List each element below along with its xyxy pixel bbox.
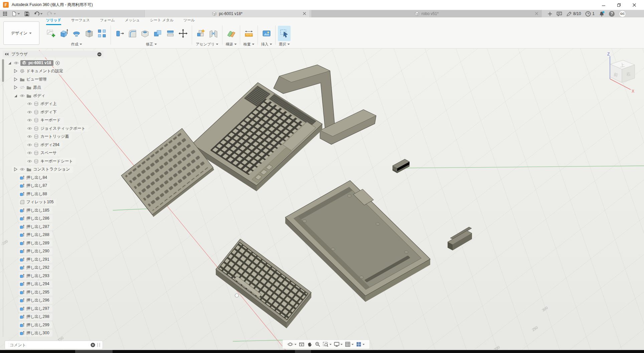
feature-row[interactable]: 押し出し300 <box>19 330 52 337</box>
browser-item-bodies-folder[interactable]: ボディ <box>12 92 48 99</box>
file-menu-button[interactable] <box>12 11 20 16</box>
construction-plane-button[interactable] <box>225 26 237 41</box>
browser-body-row[interactable]: ボディ294 <box>26 141 62 148</box>
collapse-panel-icon[interactable] <box>5 52 9 56</box>
shell-button[interactable] <box>139 26 151 41</box>
restore-button[interactable] <box>611 0 627 10</box>
new-tab-button[interactable] <box>545 10 554 17</box>
grid-snap-button[interactable] <box>345 341 354 347</box>
browser-body-row[interactable]: ボディ下 <box>26 109 60 115</box>
feature-row[interactable]: 押し出し293 <box>19 272 52 279</box>
press-pull-button[interactable] <box>113 26 126 41</box>
browser-body-row[interactable]: ボディ上 <box>26 101 60 107</box>
visibility-eye-icon[interactable] <box>27 134 32 139</box>
visibility-eye-icon[interactable] <box>27 150 32 155</box>
zoom-button[interactable] <box>315 341 321 347</box>
comments-palette[interactable]: コメント <box>5 341 103 349</box>
feature-row[interactable]: 押し出し292 <box>19 264 52 271</box>
group-label-inspect[interactable]: 検査 <box>244 42 255 47</box>
close-button[interactable] <box>627 0 642 10</box>
collapsed-triangle-icon[interactable] <box>13 167 18 172</box>
feature-row[interactable]: 押し出し88 <box>19 191 50 197</box>
activate-radio-icon[interactable] <box>55 61 60 66</box>
feature-row[interactable]: フィレット105 <box>19 199 56 206</box>
browser-body-row[interactable]: スペーサ <box>26 150 60 156</box>
viewports-button[interactable] <box>356 341 365 347</box>
browser-item-origin[interactable]: 原点 <box>12 84 44 91</box>
tab-close-icon[interactable] <box>302 11 307 16</box>
pattern-button[interactable] <box>96 26 108 41</box>
visibility-eye-icon[interactable] <box>20 167 25 172</box>
move-button[interactable] <box>177 26 189 41</box>
group-label-construct[interactable]: 構築 <box>226 42 237 47</box>
tab-mesh[interactable]: メッシュ <box>125 17 140 25</box>
collapsed-triangle-icon[interactable] <box>13 85 18 90</box>
visibility-eye-icon[interactable] <box>27 159 32 164</box>
redo-button[interactable] <box>47 11 56 16</box>
zoom-window-button[interactable] <box>323 341 332 347</box>
document-tab-inactive[interactable]: robo v51* <box>311 10 542 17</box>
job-status-button[interactable]: 1 <box>585 11 595 17</box>
visibility-eye-icon[interactable] <box>27 118 32 123</box>
browser-scrollbar-track[interactable] <box>3 59 3 337</box>
feature-row[interactable]: 押し出し296 <box>19 297 52 304</box>
feature-row[interactable]: 押し出し288 <box>19 232 52 238</box>
feature-row[interactable]: 押し出し297 <box>19 305 52 312</box>
group-label-modify[interactable]: 修正 <box>146 42 157 47</box>
group-label-assemble[interactable]: アセンブリ <box>196 42 218 47</box>
feature-row[interactable]: 押し出し299 <box>19 322 52 328</box>
visibility-eye-icon[interactable] <box>27 101 32 106</box>
feature-row[interactable]: 押し出し289 <box>19 240 52 246</box>
avatar[interactable]: GC <box>619 10 626 17</box>
workspace-selector[interactable]: デザイン <box>3 21 39 45</box>
offset-face-button[interactable] <box>164 26 177 41</box>
create-sketch-button[interactable] <box>45 26 57 41</box>
browser-root-component[interactable]: pc-6001 v18 <box>6 60 63 66</box>
browser-scrollbar-thumb[interactable] <box>2 59 4 82</box>
group-label-select[interactable]: 選択 <box>279 42 290 47</box>
help-button[interactable]: ? <box>609 11 615 17</box>
group-label-insert[interactable]: 挿入 <box>261 42 272 47</box>
browser-body-row[interactable]: キーボード <box>26 117 64 124</box>
feature-row[interactable]: 押し出し287 <box>19 223 52 230</box>
orbit-button[interactable] <box>287 341 297 347</box>
feature-row[interactable]: 押し出し291 <box>19 256 52 263</box>
browser-item-view-management[interactable]: ビュー管理 <box>12 76 50 83</box>
tab-close-icon[interactable] <box>534 11 539 16</box>
fillet-button[interactable] <box>126 26 139 41</box>
add-comment-icon[interactable] <box>91 343 95 347</box>
panel-resize-grip[interactable] <box>98 343 100 347</box>
feature-row[interactable]: 押し出し185 <box>19 207 52 214</box>
combine-button[interactable] <box>151 26 164 41</box>
hole-button[interactable] <box>83 26 96 41</box>
visibility-eye-icon[interactable] <box>27 110 32 115</box>
joint-button[interactable] <box>207 26 220 41</box>
extrude-button[interactable] <box>57 26 70 41</box>
feedback-icon[interactable] <box>556 11 562 16</box>
select-button[interactable] <box>278 26 291 41</box>
app-grid-icon[interactable] <box>3 11 7 16</box>
browser-item-construction[interactable]: コンストラクション <box>12 166 73 173</box>
free-edits-badge[interactable]: 8/10 <box>567 11 581 16</box>
visibility-eye-icon[interactable] <box>27 142 32 147</box>
collapsed-triangle-icon[interactable] <box>13 69 18 74</box>
feature-row[interactable]: 押し出し298 <box>19 314 52 320</box>
visibility-eye-icon[interactable] <box>27 126 32 131</box>
visibility-eye-off-icon[interactable] <box>20 85 25 90</box>
tab-sheetmetal[interactable]: シート メタル <box>150 17 173 25</box>
collapsed-triangle-icon[interactable] <box>13 77 18 82</box>
document-tab-active[interactable]: pc-6001 v18* <box>144 10 310 17</box>
view-cube[interactable]: Z X 上 前 右 <box>595 50 644 100</box>
display-settings-button[interactable] <box>334 341 343 347</box>
feature-row[interactable]: 押し出し295 <box>19 289 52 296</box>
feature-row[interactable]: 押し出し294 <box>19 281 52 287</box>
tab-tools[interactable]: ツール <box>183 17 195 25</box>
feature-row[interactable]: 押し出し87 <box>19 183 50 189</box>
browser-header[interactable]: ブラウザ <box>3 51 104 57</box>
save-button[interactable] <box>24 11 29 16</box>
tab-form[interactable]: フォーム <box>100 17 115 25</box>
browser-body-row[interactable]: キーボードシート <box>26 158 76 164</box>
group-label-create[interactable]: 作成 <box>71 42 82 47</box>
expand-triangle-icon[interactable] <box>13 93 18 98</box>
browser-item-document-settings[interactable]: ドキュメントの設定 <box>12 68 66 75</box>
